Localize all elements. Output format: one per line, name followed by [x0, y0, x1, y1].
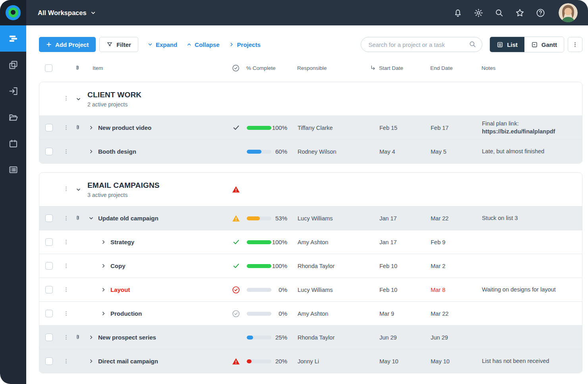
responsible-name: Rhonda Taylor: [287, 334, 379, 341]
sidebar-item-calendar[interactable]: [0, 130, 26, 156]
kebab-icon[interactable]: [63, 95, 69, 103]
row-checkbox[interactable]: [45, 238, 53, 246]
expand-chevron-icon[interactable]: [101, 263, 106, 268]
notifications-button[interactable]: [453, 8, 463, 18]
kebab-icon[interactable]: [63, 215, 69, 221]
item-name[interactable]: New product video: [98, 124, 151, 131]
sidebar-item-documents[interactable]: [0, 104, 26, 130]
boards-icon: [8, 60, 19, 70]
row-checkbox[interactable]: [45, 310, 53, 317]
sidebar-item-projects[interactable]: [0, 25, 26, 52]
paperclip-icon: [75, 214, 82, 222]
row-checkbox[interactable]: [45, 124, 53, 131]
kebab-icon[interactable]: [63, 334, 69, 340]
column-responsible[interactable]: Responsible: [297, 65, 327, 71]
row-checkbox[interactable]: [45, 357, 53, 365]
table-row[interactable]: Production 0% Amy Ashton Mar 9 Mar 22: [39, 301, 582, 325]
item-name[interactable]: New prospect series: [98, 334, 156, 341]
gantt-view-button[interactable]: Gantt: [524, 37, 564, 52]
expand-chevron-icon[interactable]: [89, 125, 94, 130]
end-date: May 10: [431, 358, 482, 365]
kebab-icon[interactable]: [63, 186, 69, 193]
responsible-name: Lucy Williams: [287, 215, 379, 222]
chevron-down-icon: [90, 10, 96, 16]
item-name[interactable]: Strategy: [110, 239, 134, 245]
row-checkbox[interactable]: [45, 334, 53, 341]
column-complete[interactable]: % Complete: [242, 65, 287, 71]
responsible-name: Jonny Li: [287, 358, 379, 365]
responsible-name: Rhonda Taylor: [287, 263, 379, 269]
expand-chevron-icon[interactable]: [89, 335, 94, 340]
table-row[interactable]: Strategy 100% Amy Ashton Jan 17 Feb 9: [39, 230, 582, 254]
expand-chevron-icon[interactable]: [101, 311, 106, 316]
responsible-name: Lucy Williams: [287, 287, 379, 293]
table-row[interactable]: Booth design 60% Rodney Wilson May 4 May…: [39, 139, 582, 163]
column-notes[interactable]: Notes: [482, 65, 582, 71]
add-project-button[interactable]: Add Project: [39, 37, 96, 52]
expand-chevron-icon[interactable]: [89, 359, 94, 364]
help-icon: [536, 8, 545, 18]
item-name[interactable]: Update old campaign: [98, 215, 159, 222]
list-view-button[interactable]: List: [490, 37, 524, 52]
logo[interactable]: [0, 0, 26, 25]
favorites-button[interactable]: [515, 8, 525, 18]
row-checkbox[interactable]: [45, 286, 53, 293]
sidebar-nav: [0, 25, 26, 384]
row-checkbox[interactable]: [45, 148, 53, 155]
expand-link[interactable]: Expand: [147, 41, 177, 48]
table-row[interactable]: Copy 100% Rhonda Taylor Feb 10 Mar 2: [39, 254, 582, 278]
start-date: Feb 10: [379, 287, 431, 293]
settings-button[interactable]: [474, 8, 484, 18]
sidebar-item-reports[interactable]: [0, 156, 26, 183]
expand-chevron-icon[interactable]: [89, 149, 94, 154]
percent-complete: 53%: [271, 215, 287, 222]
top-bar: All Workspaces: [0, 0, 588, 25]
percent-complete: 60%: [271, 148, 287, 155]
kebab-icon[interactable]: [63, 358, 69, 364]
column-end-date[interactable]: End Date: [430, 65, 482, 71]
projects-link[interactable]: Projects: [229, 41, 261, 48]
expand-chevron-icon[interactable]: [101, 239, 106, 245]
section-header: EMAIL CAMPAIGNS 3 active projects: [39, 173, 582, 206]
filter-button[interactable]: Filter: [99, 37, 138, 52]
expand-chevron-icon[interactable]: [101, 287, 106, 292]
kebab-icon[interactable]: [63, 239, 69, 245]
table-row[interactable]: Direct mail campaign 20% Jonny Li May 10…: [39, 349, 582, 373]
kebab-icon[interactable]: [63, 149, 69, 154]
help-button[interactable]: [536, 8, 545, 18]
item-name[interactable]: Copy: [110, 262, 126, 269]
sidebar-item-boards[interactable]: [0, 52, 26, 78]
item-name[interactable]: Production: [110, 310, 142, 317]
row-checkbox[interactable]: [45, 214, 53, 222]
search-icon: [468, 40, 477, 48]
table-row[interactable]: Layout 0% Lucy Williams Feb 10 Mar 8 Wai…: [39, 278, 582, 301]
item-name[interactable]: Booth design: [98, 148, 136, 155]
progress-bar: [247, 216, 271, 220]
item-name[interactable]: Layout: [110, 286, 130, 293]
collapse-chevron-icon[interactable]: [89, 216, 94, 221]
column-item[interactable]: Item: [84, 65, 229, 71]
workspace-selector[interactable]: All Workspaces: [38, 9, 96, 17]
collapse-chevron-icon[interactable]: [76, 187, 81, 192]
search-input[interactable]: [361, 37, 482, 52]
kebab-icon[interactable]: [63, 125, 69, 131]
select-all-checkbox[interactable]: [45, 64, 52, 72]
collapse-link[interactable]: Collapse: [186, 41, 220, 48]
table-row[interactable]: New prospect series 25% Rhonda Taylor Ju…: [39, 325, 582, 349]
sidebar-item-requests[interactable]: [0, 78, 26, 104]
table-row[interactable]: Update old campaign 53% Lucy Williams Ja…: [39, 206, 582, 230]
kebab-icon[interactable]: [63, 287, 69, 293]
kebab-icon[interactable]: [63, 263, 69, 269]
view-toggle: List Gantt: [489, 37, 564, 52]
search-button[interactable]: [494, 8, 504, 18]
table-row[interactable]: New product video 100% Tiffany Clarke Fe…: [39, 116, 582, 139]
user-avatar[interactable]: [559, 3, 578, 22]
more-options-button[interactable]: [568, 37, 582, 52]
end-date: Feb 9: [431, 239, 482, 245]
column-start-date[interactable]: Start Date: [379, 65, 430, 71]
item-name[interactable]: Direct mail campaign: [98, 358, 158, 365]
row-checkbox[interactable]: [45, 262, 53, 270]
collapse-chevron-icon[interactable]: [76, 96, 81, 102]
kebab-icon[interactable]: [63, 311, 69, 316]
responsible-name: Tiffany Clarke: [287, 125, 379, 131]
